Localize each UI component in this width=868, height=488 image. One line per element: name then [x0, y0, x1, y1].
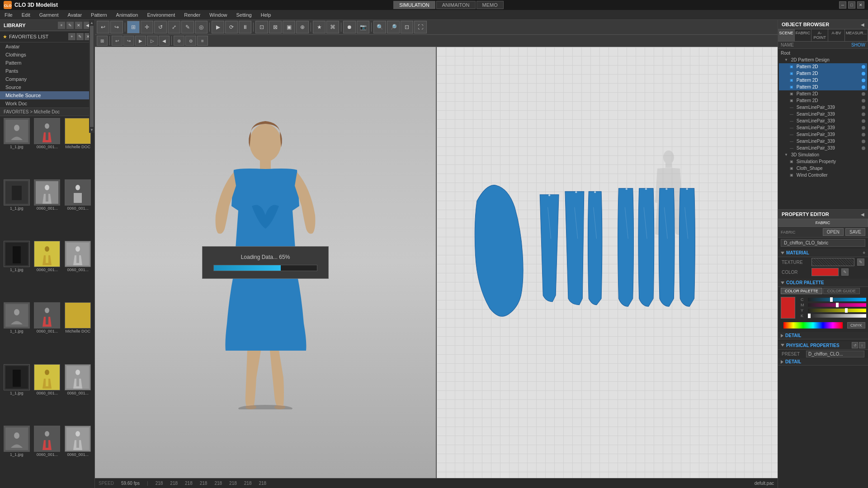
material-section-header[interactable]: MATERIAL + [778, 249, 868, 257]
lib-scrollbar[interactable]: ▲ ▼ [89, 20, 94, 133]
list-item[interactable]: 0060_001... [33, 118, 62, 178]
open-button[interactable]: OPEN [823, 228, 844, 236]
menu-avatar[interactable]: Avatar [63, 11, 87, 19]
tab-simulation[interactable]: SIMULATION [393, 1, 435, 9]
lib-delete-button[interactable]: ✕ [75, 22, 82, 29]
tb-avatar-edit[interactable]: ⌘ [326, 21, 339, 33]
tree-seam-5[interactable]: — SeamLinePair_339 [779, 131, 867, 138]
color-preview[interactable] [811, 268, 839, 276]
nav-work-doc[interactable]: Work Doc [0, 99, 94, 108]
tb-record[interactable]: ⏺ [343, 21, 356, 33]
menu-help[interactable]: Help [256, 11, 276, 19]
prop-collapse-icon[interactable]: ◀ [861, 212, 864, 217]
nav-avatar[interactable]: Avatar [0, 42, 94, 51]
tb-zoom-out[interactable]: 🔎 [387, 21, 400, 33]
tree-wind-controller[interactable]: ▣ Wind Controller [779, 172, 867, 178]
tb-view-front[interactable]: ⊡ [255, 21, 268, 33]
list-item[interactable]: Michelle DOC [63, 118, 93, 178]
tab-memo[interactable]: MEMO [476, 1, 504, 9]
fav-edit-icon[interactable]: ✎ [76, 33, 84, 40]
tree-root[interactable]: Root [779, 50, 867, 56]
tree-pattern-2d-5[interactable]: ▣ Pattern 2D [779, 90, 867, 97]
list-item[interactable]: 1_1.jpg [2, 364, 32, 425]
list-item[interactable]: 1_1.jpg [2, 426, 32, 486]
tb2-stitch[interactable]: ≡ [197, 36, 208, 46]
nav-company[interactable]: Company [0, 75, 94, 83]
menu-garment[interactable]: Garment [35, 11, 63, 19]
nav-michelle-source[interactable]: Michelle Source [0, 91, 94, 99]
tb2-move2[interactable]: ↩ [112, 36, 123, 46]
tree-3d-sim[interactable]: ▼ 3D Simulation [779, 151, 867, 158]
list-item[interactable]: 0060_001... [33, 241, 62, 301]
save-button[interactable]: SAVE [845, 228, 865, 236]
tb-zoom-in[interactable]: 🔍 [373, 21, 386, 33]
lib-scroll-down[interactable]: ▼ [90, 128, 94, 132]
menu-edit[interactable]: Edit [17, 11, 35, 19]
tb2-select2[interactable]: ↪ [123, 36, 134, 46]
obj-tab-apoint[interactable]: A-POINT [811, 29, 828, 41]
tb-arrow-left[interactable]: ↩ [97, 21, 109, 33]
obj-tab-scene[interactable]: SCENE [778, 29, 795, 41]
tree-cloth-shape[interactable]: ▣ Cloth_Shape [779, 165, 867, 172]
list-item[interactable]: Michelle DOC [63, 302, 93, 363]
phys-info-icon[interactable]: i [859, 342, 865, 348]
lib-scroll-thumb[interactable] [90, 26, 94, 127]
tb2-draw[interactable]: ▶ [135, 36, 146, 46]
list-item[interactable]: 0060_001... [63, 364, 93, 425]
list-item[interactable]: 0060_001... [63, 426, 93, 486]
list-item[interactable]: 0060_001... [33, 179, 62, 240]
list-item[interactable]: 1_1.jpg [2, 179, 32, 240]
cmyk-c-slider[interactable] [808, 298, 866, 301]
list-item[interactable]: 0060_001... [63, 179, 93, 240]
cmyk-k-slider[interactable] [808, 314, 866, 318]
tb-point[interactable]: ◎ [195, 21, 208, 33]
texture-edit-icon[interactable]: ✎ [857, 258, 864, 266]
list-item[interactable]: 1_1.jpg [2, 302, 32, 363]
tb-move[interactable]: ✛ [141, 21, 153, 33]
phys-reset-icon[interactable]: ↺ [852, 342, 858, 348]
tb-select[interactable]: ⊞ [127, 21, 140, 33]
color-spectrum[interactable] [783, 322, 843, 328]
menu-file[interactable]: File [0, 11, 17, 19]
tb-fullscreen[interactable]: ⛶ [414, 21, 427, 33]
tb-sim-reset[interactable]: ⟳ [225, 21, 238, 33]
cmyk-m-slider[interactable] [808, 303, 866, 307]
obj-tab-fabric[interactable]: FABRIC [795, 29, 812, 41]
tb-rotate[interactable]: ↺ [154, 21, 167, 33]
lib-add-button[interactable]: + [58, 22, 65, 29]
tb2-seam[interactable]: ◀ [159, 36, 170, 46]
list-item[interactable]: 1_1.jpg [2, 118, 32, 178]
tree-pattern-2d-2[interactable]: ▣ Pattern 2D [779, 70, 867, 77]
tab-fabric[interactable]: FABRIC [778, 219, 868, 226]
tree-seam-7[interactable]: — SeamLinePair_339 [779, 145, 867, 151]
nav-pants[interactable]: Pants [0, 67, 94, 75]
tb2-cut[interactable]: ▷ [147, 36, 158, 46]
detail-header[interactable]: DETAIL [778, 332, 868, 339]
list-item[interactable]: 0060_001... [63, 241, 93, 301]
tree-seam-4[interactable]: — SeamLinePair_339 [779, 124, 867, 131]
tree-seam-6[interactable]: — SeamLinePair_339 [779, 138, 867, 145]
nav-clothings[interactable]: Clothings [0, 51, 94, 59]
tb-avatar-front[interactable]: ★ [313, 21, 326, 33]
phys-header[interactable]: PHYSICAL PROPERTIES ↺ i [778, 341, 868, 350]
list-item[interactable]: 0060_001... [33, 364, 62, 425]
obj-browser-collapse[interactable]: ◀ [861, 22, 864, 27]
tree-sim-property[interactable]: ▣ Simulation Property [779, 158, 867, 165]
tb-sim-pause[interactable]: ⏸ [239, 21, 251, 33]
tb-view-side[interactable]: ▣ [283, 21, 295, 33]
texture-preview[interactable] [811, 258, 854, 266]
menu-render[interactable]: Render [179, 11, 205, 19]
tree-seam-2[interactable]: — SeamLinePair_339 [779, 111, 867, 117]
tb-view-top[interactable]: ⊕ [296, 21, 309, 33]
list-item[interactable]: 0060_001... [33, 302, 62, 363]
menu-environment[interactable]: Environment [142, 11, 179, 19]
tab-animation[interactable]: ANIMAITON [436, 1, 476, 9]
tree-pattern-2d-3[interactable]: ▣ Pattern 2D [779, 77, 867, 84]
tb-snapshot[interactable]: 📷 [357, 21, 369, 33]
viewport-2d[interactable] [437, 47, 778, 478]
tree-pattern-2d-6[interactable]: ▣ Pattern 2D [779, 97, 867, 104]
tree-seam-3[interactable]: — SeamLinePair_339 [779, 117, 867, 124]
tb2-grid[interactable]: ⊞ [97, 36, 108, 46]
tb-zoom-fit[interactable]: ⊡ [401, 21, 413, 33]
cmyk-y-slider[interactable] [808, 309, 866, 312]
